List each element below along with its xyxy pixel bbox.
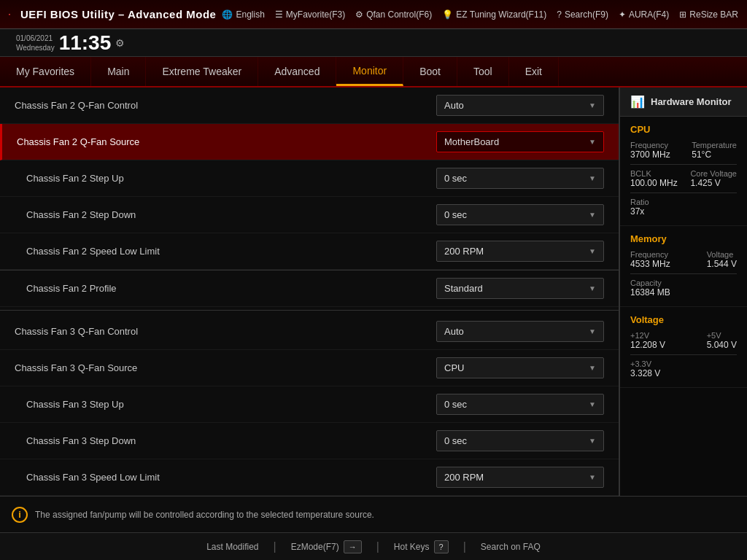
nav-extreme-tweaker[interactable]: Extreme Tweaker: [146, 57, 258, 86]
hw-memory-title: Memory: [630, 233, 737, 244]
dropdown-chassis-fan2-profile[interactable]: Standard ▼: [436, 278, 604, 299]
dropdown-arrow: ▼: [589, 400, 596, 408]
setting-label-chassis-fan2-step-down: Chassis Fan 2 Step Down: [26, 209, 436, 220]
dropdown-arrow: ▼: [589, 101, 596, 109]
bulb-icon: 💡: [442, 9, 453, 20]
main-content: Chassis Fan 2 Q-Fan Control Auto ▼ Chass…: [0, 88, 747, 496]
setting-row-chassis-fan3-speed-low[interactable]: Chassis Fan 3 Speed Low Limit 200 RPM ▼: [0, 459, 619, 496]
ez-tuning-button[interactable]: 💡 EZ Tuning Wizard(F11): [442, 9, 546, 20]
hw-monitor-title: Hardware Monitor: [651, 96, 732, 107]
aura-button[interactable]: ✦ AURA(F4): [619, 9, 669, 20]
hw-volt-12-label: +12V: [630, 331, 665, 340]
fan-icon: ⚙: [355, 9, 363, 20]
setting-row-chassis-fan2-profile[interactable]: Chassis Fan 2 Profile Standard ▼: [0, 270, 619, 307]
hw-voltage-section: Voltage +12V 12.208 V +5V 5.040 V +3.3V …: [620, 307, 747, 388]
hw-mem-cap-value: 16384 MB: [630, 287, 670, 298]
hot-keys-label: Hot Keys: [394, 542, 430, 552]
settings-panel: Chassis Fan 2 Q-Fan Control Auto ▼ Chass…: [0, 88, 619, 496]
date-display: 01/06/2021: [16, 34, 55, 43]
hw-cpu-title: CPU: [630, 124, 737, 135]
setting-row-chassis-fan3-qfan-ctrl[interactable]: Chassis Fan 3 Q-Fan Control Auto ▼: [0, 314, 619, 350]
resize-bar-button[interactable]: ⊞ ReSize BAR: [679, 9, 738, 20]
nav-main[interactable]: Main: [91, 57, 146, 86]
dropdown-arrow: ▼: [589, 364, 596, 372]
monitor-icon: 📊: [630, 95, 645, 109]
hw-mem-freq-label: Frequency: [630, 250, 670, 259]
setting-row-chassis-fan2-step-up[interactable]: Chassis Fan 2 Step Up 0 sec ▼: [0, 160, 619, 197]
dropdown-chassis-fan3-qfan-ctrl[interactable]: Auto ▼: [436, 321, 604, 342]
rog-logo: ROG: [9, 4, 10, 26]
setting-row-chassis-fan3-step-down[interactable]: Chassis Fan 3 Step Down 0 sec ▼: [0, 423, 619, 459]
setting-row-chassis-fan2-speed-low[interactable]: Chassis Fan 2 Speed Low Limit 200 RPM ▼: [0, 233, 619, 270]
setting-label-chassis-fan2-profile: Chassis Fan 2 Profile: [26, 283, 436, 294]
hw-volt-12-row: +12V 12.208 V +5V 5.040 V: [630, 331, 737, 350]
nav-monitor[interactable]: Monitor: [336, 57, 403, 86]
setting-row-chassis-fan3-qfan-src[interactable]: Chassis Fan 3 Q-Fan Source CPU ▼: [0, 350, 619, 386]
nav-advanced[interactable]: Advanced: [258, 57, 336, 86]
dropdown-chassis-fan2-qfan-src[interactable]: MotherBoard ▼: [436, 131, 604, 152]
search-faq-button[interactable]: Search on FAQ: [481, 542, 541, 552]
dropdown-chassis-fan2-qfan-ctrl[interactable]: Auto ▼: [436, 95, 604, 116]
setting-label-chassis-fan3-qfan-ctrl: Chassis Fan 3 Q-Fan Control: [15, 326, 436, 337]
dropdown-chassis-fan2-speed-low[interactable]: 200 RPM ▼: [436, 241, 604, 262]
dropdown-chassis-fan3-qfan-src[interactable]: CPU ▼: [436, 357, 604, 378]
time-display: 11:35: [59, 31, 112, 55]
nav-my-favorites[interactable]: My Favorites: [0, 57, 91, 86]
info-icon: i: [12, 507, 28, 523]
search-button[interactable]: ? Search(F9): [557, 9, 608, 20]
last-modified-button[interactable]: Last Modified: [206, 542, 258, 552]
dropdown-arrow: ▼: [589, 284, 596, 292]
setting-label-chassis-fan2-step-up: Chassis Fan 2 Step Up: [26, 173, 436, 184]
setting-label-chassis-fan2-qfan-ctrl: Chassis Fan 2 Q-Fan Control: [15, 100, 436, 111]
hw-volt-5-label: +5V: [707, 331, 737, 340]
globe-icon: 🌐: [222, 9, 233, 20]
myfavorite-button[interactable]: ☰ MyFavorite(F3): [275, 9, 345, 20]
language-selector[interactable]: 🌐 English: [222, 9, 264, 20]
hw-memory-section: Memory Frequency 4533 MHz Voltage 1.544 …: [620, 226, 747, 307]
setting-label-chassis-fan3-speed-low: Chassis Fan 3 Speed Low Limit: [26, 472, 436, 483]
dropdown-chassis-fan3-step-down[interactable]: 0 sec ▼: [436, 430, 604, 451]
dropdown-arrow: ▼: [589, 211, 596, 219]
nav-tool[interactable]: Tool: [457, 57, 509, 86]
hw-volt-12-value: 12.208 V: [630, 340, 665, 350]
setting-row-chassis-fan2-qfan-ctrl[interactable]: Chassis Fan 2 Q-Fan Control Auto ▼: [0, 88, 619, 124]
hw-volt-33-row: +3.3V 3.328 V: [630, 359, 737, 378]
dropdown-chassis-fan2-step-down[interactable]: 0 sec ▼: [436, 204, 604, 225]
ez-mode-button[interactable]: EzMode(F7) →: [291, 540, 362, 553]
app-title: UEFI BIOS Utility – Advanced Mode: [20, 8, 216, 20]
setting-row-chassis-fan2-qfan-src[interactable]: Chassis Fan 2 Q-Fan Source MotherBoard ▼: [0, 124, 619, 160]
hot-keys-button[interactable]: Hot Keys ?: [394, 540, 449, 553]
nav-boot[interactable]: Boot: [403, 57, 457, 86]
hw-mem-cap-label: Capacity: [630, 279, 670, 287]
favorite-icon: ☰: [275, 9, 283, 20]
hw-cpu-section: CPU Frequency 3700 MHz Temperature 51°C …: [620, 117, 747, 226]
dropdown-chassis-fan3-step-up[interactable]: 0 sec ▼: [436, 394, 604, 415]
setting-label-chassis-fan2-speed-low: Chassis Fan 2 Speed Low Limit: [26, 246, 436, 257]
info-text: The assigned fan/pump will be controlled…: [35, 510, 374, 520]
setting-row-chassis-fan3-step-up[interactable]: Chassis Fan 3 Step Up 0 sec ▼: [0, 386, 619, 423]
footer-divider1: |: [274, 540, 276, 553]
hw-cpu-ratio-label: Ratio: [630, 198, 649, 206]
setting-label-chassis-fan2-qfan-src: Chassis Fan 2 Q-Fan Source: [17, 136, 436, 147]
search-icon: ?: [557, 9, 562, 20]
hw-cpu-temp-value: 51°C: [692, 149, 737, 160]
dropdown-chassis-fan3-speed-low[interactable]: 200 RPM ▼: [436, 467, 604, 488]
nav-menu: My Favorites Main Extreme Tweaker Advanc…: [0, 57, 747, 88]
arrow-icon: →: [344, 540, 362, 553]
section-divider: [0, 310, 619, 311]
qfan-button[interactable]: ⚙ Qfan Control(F6): [355, 9, 432, 20]
hw-monitor-header: 📊 Hardware Monitor: [620, 88, 747, 117]
dropdown-arrow: ▼: [589, 473, 596, 481]
hw-mem-volt-value: 1.544 V: [707, 259, 737, 269]
clock-area: 01/06/2021 Wednesday 11:35 ⚙: [7, 28, 139, 58]
nav-exit[interactable]: Exit: [509, 57, 559, 86]
hw-cpu-bclk-value: 100.00 MHz: [630, 178, 678, 188]
settings-gear-icon[interactable]: ⚙: [115, 37, 125, 49]
info-bar: i The assigned fan/pump will be controll…: [0, 496, 747, 532]
hw-cpu-bclk-row: BCLK 100.00 MHz Core Voltage 1.425 V: [630, 169, 737, 188]
aura-icon: ✦: [619, 9, 626, 20]
hw-cpu-bclk-label: BCLK: [630, 169, 678, 178]
hw-cpu-temp-label: Temperature: [692, 141, 737, 149]
dropdown-chassis-fan2-step-up[interactable]: 0 sec ▼: [436, 168, 604, 189]
setting-row-chassis-fan2-step-down[interactable]: Chassis Fan 2 Step Down 0 sec ▼: [0, 197, 619, 233]
